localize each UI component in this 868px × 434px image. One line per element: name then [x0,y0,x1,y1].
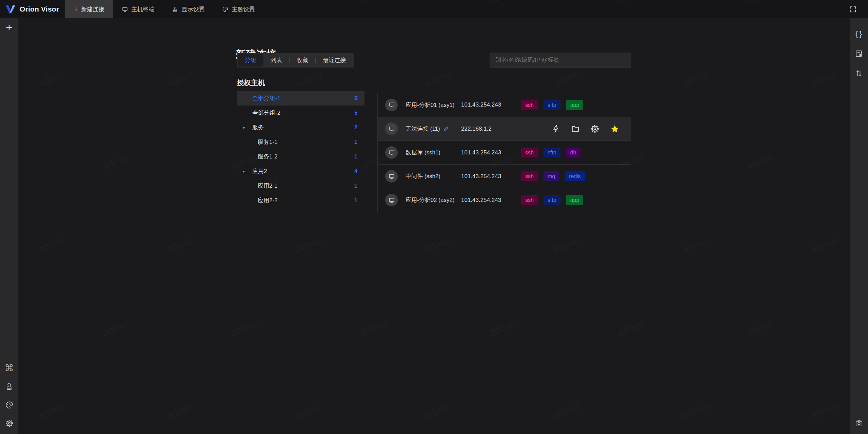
host-ip: 101.43.254.243 [461,101,521,108]
host-avatar [385,146,398,159]
nav-tab-theme-settings[interactable]: 主题设置 [213,0,263,18]
host-actions [551,124,619,134]
tree-item-count: 2 [354,125,357,131]
json-braces-icon[interactable]: { } [850,26,868,41]
host-name-text: 中间件 (ssh2) [406,172,440,180]
host-ip: 101.43.254.243 [461,149,521,156]
tree-item[interactable]: 服务1-21 [237,149,364,164]
gear-icon[interactable] [590,124,599,133]
orion-visor-logo-icon [5,3,16,15]
tree-item[interactable]: ▼应用24 [237,164,364,178]
host-group-tree: 全部分组-15全部分组-25▼服务2服务1-11服务1-21▼应用24应用2-1… [237,91,364,208]
star-favorite-icon[interactable] [610,124,619,134]
nav-tab-new-connection[interactable]: + 新建连接 [65,0,113,18]
tree-item[interactable]: 应用2-11 [237,178,364,193]
edit-pencil-icon[interactable] [443,126,450,132]
host-row[interactable]: 数据库 (ssh1)101.43.254.243sshsftpdb [378,140,631,164]
tag-app: app [566,195,584,205]
tree-item-count: 5 [354,95,357,101]
host-name-text: 无法连接 (11) [406,125,440,133]
host-avatar [385,170,398,183]
caret-down-icon[interactable]: ▼ [242,126,245,129]
palette-icon [222,6,229,13]
host-search-input[interactable] [490,53,631,67]
host-avatar [385,122,398,135]
tag-ssh: ssh [521,148,538,157]
navbar-spacer [263,0,844,18]
stamp-icon[interactable] [0,379,18,394]
tree-item[interactable]: ▼服务2 [237,120,364,135]
sftp-folder-icon[interactable] [571,125,580,133]
tree-item-label: 应用2 [237,167,267,175]
host-tags: sshsftpapp [521,195,583,205]
command-shortcut-icon[interactable]: ⌘ [0,361,18,376]
monitor-icon [122,6,128,13]
host-name: 应用-分析01 (asy1) [406,101,461,109]
palette-icon[interactable] [0,397,18,412]
view-tab-recent[interactable]: 最近连接 [316,54,353,67]
host-name-text: 应用-分析01 (asy1) [406,101,455,109]
bookmark-document-icon[interactable] [850,46,868,61]
stamp-icon [172,6,178,13]
host-name: 中间件 (ssh2) [406,172,461,180]
host-tags: sshmqredis [521,171,585,181]
tree-item-label: 服务 [237,124,264,131]
lightning-connect-icon[interactable] [551,124,560,133]
nav-tab-host-terminal[interactable]: 主机终端 [113,0,163,18]
tree-item-count: 1 [354,183,357,189]
caret-down-icon[interactable]: ▼ [242,169,245,173]
main-content: 新建连接 分组 列表 收藏 最近连接 授权主机 全部分组-15全部分组-25▼服… [18,18,850,434]
tree-item-count: 4 [354,168,357,174]
view-tab-favorites[interactable]: 收藏 [290,54,315,67]
fullscreen-icon[interactable] [844,0,862,18]
tag-sftp: sftp [544,148,560,157]
host-row[interactable]: 应用-分析01 (asy1)101.43.254.243sshsftpapp [378,93,631,117]
host-name: 无法连接 (11) [406,125,461,133]
tag-db: db [566,148,580,157]
tree-item[interactable]: 全部分组-25 [237,106,364,120]
top-navbar: Orion Visor + 新建连接 主机终端 显示设置 [0,0,868,18]
host-tags: sshsftpdb [521,148,580,157]
gear-icon[interactable] [0,416,18,431]
host-row[interactable]: 无法连接 (11) 222.168.1.2 [378,117,631,140]
tree-item-label: 全部分组-2 [237,109,280,117]
tree-item-label: 服务1-1 [237,138,278,146]
host-list: 应用-分析01 (asy1)101.43.254.243sshsftpapp 无… [377,93,631,212]
host-name: 应用-分析02 (asy2) [406,196,461,204]
sort-arrows-icon[interactable] [850,66,868,81]
tree-heading: 授权主机 [237,78,265,88]
tag-redis: redis [565,171,585,181]
tree-item-count: 1 [354,139,357,145]
host-search-box [490,53,631,68]
left-sidebar: + ⌘ [0,18,18,434]
tree-item[interactable]: 应用2-21 [237,193,364,208]
host-row[interactable]: 应用-分析02 (asy2)101.43.254.243sshsftpapp [378,188,631,212]
nav-tab-display-settings[interactable]: 显示设置 [163,0,213,18]
host-ip: 101.43.254.243 [461,197,521,204]
new-tab-button[interactable]: + [0,18,18,33]
plus-icon: + [74,5,78,13]
host-name: 数据库 (ssh1) [406,149,461,156]
tree-item-count: 5 [354,110,357,116]
app-logo: Orion Visor [0,0,65,18]
tree-item[interactable]: 全部分组-15 [237,91,364,106]
host-row[interactable]: 中间件 (ssh2)101.43.254.243sshmqredis [378,164,631,188]
view-tab-group: 分组 列表 收藏 最近连接 [237,53,354,68]
host-avatar [385,194,398,206]
host-name-text: 应用-分析02 (asy2) [406,196,455,204]
tree-item-label: 应用2-2 [237,196,278,204]
host-name-text: 数据库 (ssh1) [406,149,440,156]
tree-item-label: 应用2-1 [237,182,278,190]
view-tab-group-mode[interactable]: 分组 [238,54,263,67]
tag-sftp: sftp [544,195,560,205]
host-ip: 222.168.1.2 [461,126,521,132]
view-tab-list-mode[interactable]: 列表 [263,54,289,67]
tag-sftp: sftp [544,100,560,110]
host-ip: 101.43.254.243 [461,173,521,180]
tree-item[interactable]: 服务1-11 [237,135,364,149]
camera-icon[interactable] [850,416,868,431]
tree-item-label: 全部分组-1 [237,94,280,102]
plus-icon: + [6,21,13,33]
tree-item-count: 1 [354,154,357,160]
tag-app: app [566,100,584,110]
